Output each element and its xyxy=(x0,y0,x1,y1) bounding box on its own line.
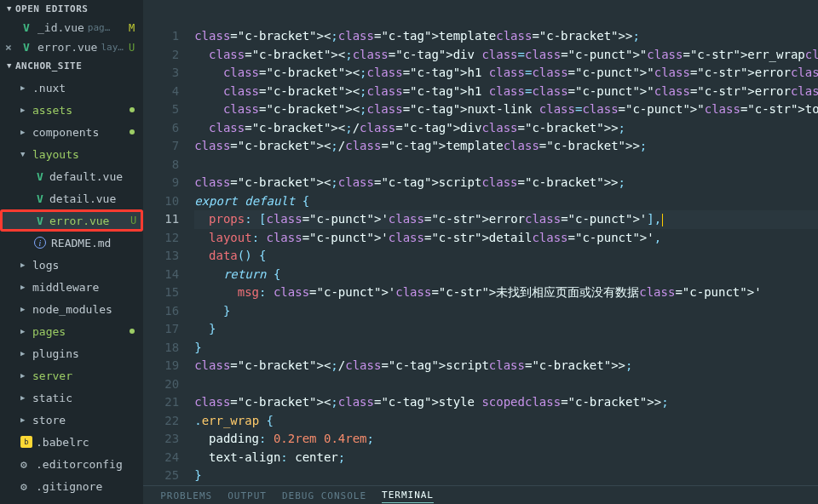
file-item[interactable]: iREADME.md xyxy=(0,232,143,254)
vue-icon: V xyxy=(20,21,32,34)
code-line[interactable]: layout: class="c-punct">'class="c-str">d… xyxy=(194,229,818,248)
item-name: error.vue xyxy=(49,215,109,227)
line-number: 17 xyxy=(143,320,179,339)
code-line[interactable]: class="c-bracket"><;/class="c-tag">scrip… xyxy=(194,357,818,375)
code-line[interactable]: data() { xyxy=(194,247,818,266)
code-area[interactable]: 1234567891011121314151617181920212223242… xyxy=(143,0,818,485)
code-line[interactable]: class="c-bracket"><;/class="c-tag">divcl… xyxy=(194,119,818,138)
code-line[interactable]: class="c-bracket"><;class="c-tag">script… xyxy=(194,174,818,192)
code-line[interactable]: class="c-bracket"><;class="c-tag">div cl… xyxy=(194,46,818,65)
folder-item[interactable]: server xyxy=(0,364,143,387)
code-line[interactable]: } xyxy=(194,302,818,321)
chevron-right-icon xyxy=(20,371,29,380)
code-line[interactable]: class="c-bracket"><;class="c-tag">h1 cla… xyxy=(194,64,818,83)
code-line[interactable]: export default { xyxy=(194,192,818,211)
code-line[interactable]: padding: 0.2rem 0.4rem; xyxy=(194,430,818,449)
open-editor-item[interactable]: V_id.vuepag…M xyxy=(0,18,143,37)
close-icon[interactable]: × xyxy=(3,41,14,54)
folder-item[interactable]: logs xyxy=(0,254,143,276)
code-line[interactable]: } xyxy=(194,467,818,485)
project-label: ANCHOR_SITE xyxy=(15,60,82,72)
chevron-down-icon: ▼ xyxy=(7,4,12,13)
panel-tab-output[interactable]: OUTPUT xyxy=(228,490,267,503)
modified-dot-icon xyxy=(130,107,135,112)
folder-item[interactable]: node_modules xyxy=(0,298,143,320)
item-name: server xyxy=(32,369,72,382)
line-number: 10 xyxy=(143,192,179,211)
code-line[interactable]: props: [class="c-punct">'class="c-str">e… xyxy=(194,210,818,229)
code-line[interactable]: } xyxy=(194,320,818,339)
file-item[interactable]: ⚙.gitignore xyxy=(0,475,143,497)
panel-tab-terminal[interactable]: TERMINAL xyxy=(382,490,434,503)
line-number: 19 xyxy=(143,357,179,375)
app-root: ▼ OPEN EDITORS V_id.vuepag…M×Verror.vuel… xyxy=(0,0,818,504)
code-line[interactable]: class="c-bracket"><;class="c-tag">style … xyxy=(194,393,818,412)
item-name: components xyxy=(32,126,99,139)
file-name: error.vue xyxy=(37,41,97,54)
line-number: 11 xyxy=(143,210,179,229)
chevron-right-icon xyxy=(20,305,29,313)
vcs-badge: U xyxy=(130,215,136,226)
chevron-down-icon xyxy=(20,150,29,158)
panel-tab-debug-console[interactable]: DEBUG CONSOLE xyxy=(282,490,366,503)
code-line[interactable]: class="c-bracket"><;/class="c-tag">templ… xyxy=(194,137,818,156)
item-name: assets xyxy=(32,104,72,117)
folder-item[interactable]: static xyxy=(0,387,143,409)
folder-item[interactable]: middleware xyxy=(0,276,143,298)
folder-item[interactable]: pages xyxy=(0,320,143,342)
line-numbers: 1234567891011121314151617181920212223242… xyxy=(143,27,194,485)
info-icon: i xyxy=(34,237,46,249)
chevron-right-icon xyxy=(20,106,29,114)
vue-icon: V xyxy=(34,192,46,205)
file-item[interactable]: Vdefault.vue xyxy=(0,165,143,187)
item-name: default.vue xyxy=(49,170,123,183)
line-number: 4 xyxy=(143,83,179,101)
babel-icon: b xyxy=(20,436,32,448)
chevron-right-icon xyxy=(20,283,29,291)
open-editor-item[interactable]: ×Verror.vuelay…U xyxy=(0,37,143,57)
code-line[interactable]: return { xyxy=(194,266,818,284)
line-number: 20 xyxy=(143,375,179,394)
modified-dot-icon xyxy=(130,329,135,334)
code-line[interactable]: class="c-bracket"><;class="c-tag">templa… xyxy=(194,27,818,46)
line-number: 6 xyxy=(143,119,179,138)
item-name: README.md xyxy=(51,237,111,249)
chevron-right-icon xyxy=(20,415,29,424)
item-name: static xyxy=(32,392,72,404)
file-item[interactable]: ⚙.editorconfig xyxy=(0,453,143,475)
vcs-badge: U xyxy=(129,42,135,54)
project-header[interactable]: ▼ ANCHOR_SITE xyxy=(0,57,143,75)
item-name: layouts xyxy=(32,148,79,161)
modified-dot-icon xyxy=(130,129,135,135)
code-line[interactable]: class="c-bracket"><;class="c-tag">nuxt-l… xyxy=(194,100,818,119)
code-line[interactable] xyxy=(194,156,818,175)
folder-item[interactable]: layouts xyxy=(0,143,143,165)
code-line[interactable]: msg: class="c-punct">'class="c-str">未找到相… xyxy=(194,284,818,302)
folder-item[interactable]: assets xyxy=(0,99,143,121)
folder-item[interactable]: store xyxy=(0,409,143,431)
file-item[interactable]: b.babelrc xyxy=(0,431,143,453)
code-line[interactable]: class="c-bracket"><;class="c-tag">h1 cla… xyxy=(194,83,818,101)
folder-item[interactable]: components xyxy=(0,121,143,143)
code-line[interactable]: } xyxy=(194,339,818,358)
code-line[interactable] xyxy=(194,375,818,394)
code-line[interactable]: text-align: center; xyxy=(194,449,818,467)
line-number: 5 xyxy=(143,100,179,119)
folder-item[interactable]: .nuxt xyxy=(0,77,143,99)
file-item[interactable]: Vdetail.vue xyxy=(0,187,143,209)
code-line[interactable]: .err_wrap { xyxy=(194,412,818,431)
line-number: 13 xyxy=(143,247,179,266)
item-name: .nuxt xyxy=(32,82,66,94)
line-number: 9 xyxy=(143,174,179,192)
folder-item[interactable]: plugins xyxy=(0,342,143,364)
open-editors-header[interactable]: ▼ OPEN EDITORS xyxy=(0,0,143,18)
line-number: 25 xyxy=(143,467,179,485)
file-meta: lay… xyxy=(101,42,124,53)
bottom-panel: PROBLEMSOUTPUTDEBUG CONSOLETERMINAL xyxy=(143,485,818,504)
vue-icon: V xyxy=(20,41,32,54)
panel-tab-problems[interactable]: PROBLEMS xyxy=(160,490,212,503)
open-editors-list: V_id.vuepag…M×Verror.vuelay…U xyxy=(0,18,143,57)
code-content[interactable]: class="c-bracket"><;class="c-tag">templa… xyxy=(194,27,818,485)
chevron-right-icon xyxy=(20,349,29,358)
file-item[interactable]: Verror.vueU xyxy=(0,209,143,232)
